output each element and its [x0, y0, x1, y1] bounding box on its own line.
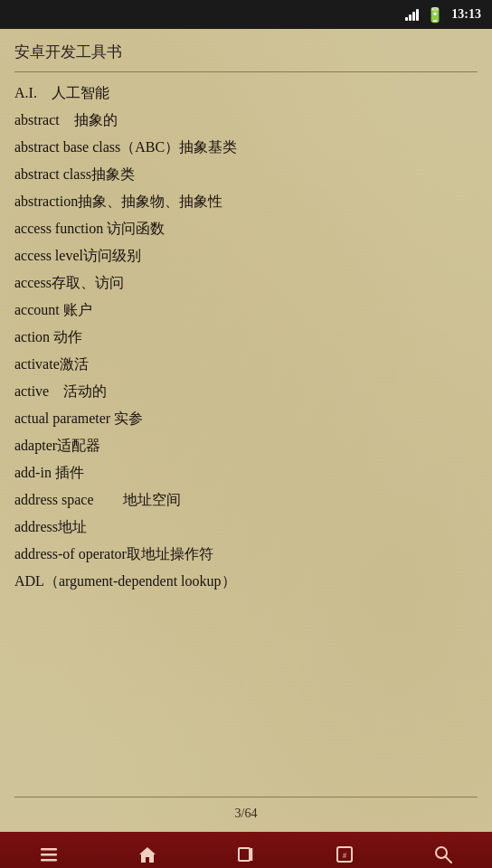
glossary-item: adapter适配器 [14, 432, 478, 459]
battery-icon: 🔋 [426, 6, 444, 24]
nav-item-home[interactable]: 首页 [99, 832, 197, 868]
glossary-item: abstract base class（ABC）抽象基类 [14, 134, 478, 161]
glossary-en: access level [14, 248, 83, 263]
glossary-item: access存取、访问 [14, 269, 478, 297]
menu-icon [38, 844, 60, 865]
glossary-en: action [14, 329, 50, 344]
title-divider [14, 71, 478, 72]
svg-rect-0 [41, 848, 57, 851]
glossary-zh: 地址空间 [94, 492, 181, 507]
glossary-zh: 动作 [50, 329, 82, 344]
glossary-zh: 抽象、抽象物、抽象性 [78, 193, 222, 209]
glossary-zh: 实参 [110, 410, 143, 426]
glossary-en: abstraction [14, 193, 78, 209]
book-title: 安卓开发工具书 [14, 29, 478, 71]
nav-item-page[interactable]: # 页码 [295, 832, 393, 868]
glossary-en: account [14, 302, 60, 317]
glossary-en: add-in [14, 465, 52, 480]
status-time: 13:13 [451, 7, 481, 22]
glossary-en: abstract [14, 112, 60, 127]
glossary-en: access function [14, 221, 103, 236]
svg-marker-3 [139, 847, 156, 863]
glossary-item: abstract class抽象类 [14, 161, 478, 188]
glossary-zh: 取地址操作符 [127, 546, 213, 561]
nav-item-toc[interactable]: 目录 [0, 832, 99, 868]
glossary-zh: 存取、访问 [52, 275, 124, 290]
glossary-item: address地址 [14, 514, 478, 541]
glossary-item: access function 访问函数 [14, 215, 478, 242]
glossary-item: address-of operator取地址操作符 [14, 541, 478, 568]
glossary-item: active 活动的 [14, 378, 478, 405]
glossary-item: abstract 抽象的 [14, 107, 478, 134]
svg-rect-4 [239, 848, 250, 861]
glossary-zh: 抽象类 [91, 166, 135, 182]
glossary-item: activate激活 [14, 351, 478, 378]
glossary-zh: 激活 [60, 356, 89, 372]
nav-item-search[interactable]: 搜索 [393, 832, 492, 868]
svg-rect-2 [41, 859, 57, 862]
glossary-item: actual parameter 实参 [14, 405, 478, 432]
glossary-en: ADL（argument-dependent lookup） [14, 573, 236, 589]
glossary-zh: 插件 [52, 465, 84, 480]
glossary-en: actual parameter [14, 410, 110, 426]
glossary-en: adapter [14, 438, 57, 453]
glossary-zh: 账户 [60, 302, 92, 317]
glossary-en: activate [14, 356, 60, 372]
glossary-item: access level访问级别 [14, 242, 478, 269]
glossary-item: action 动作 [14, 324, 478, 351]
glossary-item: abstraction抽象、抽象物、抽象性 [14, 188, 478, 215]
glossary-zh: 抽象的 [60, 112, 118, 127]
footer-divider [14, 797, 478, 797]
glossary-en: address-of operator [14, 546, 127, 561]
main-content: 安卓开发工具书 A.I. 人工智能abstract 抽象的abstract ba… [0, 29, 492, 832]
glossary-en: address [14, 519, 58, 534]
glossary-zh: 访问函数 [103, 221, 165, 236]
glossary-en: abstract base class（ABC） [14, 139, 179, 155]
glossary-zh: 地址 [58, 519, 87, 534]
page-footer: 3/64 [14, 788, 478, 832]
glossary-en: access [14, 275, 52, 290]
glossary-en: abstract class [14, 166, 91, 182]
glossary-item: add-in 插件 [14, 459, 478, 486]
status-bar: 🔋 13:13 [0, 0, 492, 29]
nav-bar: 目录 首页 末页 # 页码 [0, 832, 492, 868]
glossary-item: address space 地址空间 [14, 486, 478, 514]
glossary-zh: 抽象基类 [179, 139, 237, 155]
svg-line-9 [445, 857, 451, 863]
glossary-zh: 人工智能 [37, 85, 109, 100]
glossary-en: A.I. [14, 85, 37, 100]
end-icon [235, 844, 257, 865]
page-icon: # [334, 844, 355, 865]
signal-icon [405, 8, 419, 21]
glossary-item: ADL（argument-dependent lookup） [14, 568, 478, 595]
glossary-list: A.I. 人工智能abstract 抽象的abstract base class… [14, 80, 478, 788]
search-icon [432, 844, 454, 865]
glossary-en: address space [14, 492, 94, 507]
glossary-item: account 账户 [14, 297, 478, 324]
svg-rect-1 [41, 854, 57, 856]
glossary-zh: 活动的 [49, 383, 107, 399]
glossary-en: active [14, 383, 49, 399]
glossary-item: A.I. 人工智能 [14, 80, 478, 107]
svg-text:#: # [343, 851, 347, 860]
home-icon [137, 844, 158, 865]
nav-item-end[interactable]: 末页 [197, 832, 296, 868]
glossary-zh: 访问级别 [83, 248, 141, 263]
page-number: 3/64 [235, 807, 258, 820]
glossary-zh: 适配器 [57, 438, 100, 453]
